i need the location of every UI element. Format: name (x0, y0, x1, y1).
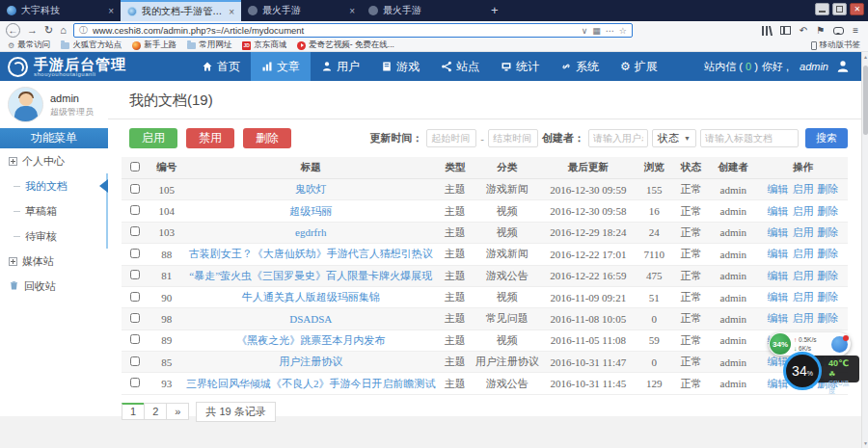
scroll-down-arrow[interactable]: ▼ (862, 440, 868, 446)
document-title-link[interactable]: 用户注册协议 (279, 356, 342, 367)
edit-link[interactable]: 编辑 (767, 248, 788, 259)
chat-icon[interactable] (833, 27, 844, 35)
bookmark-common-sites[interactable]: 常用网址 (187, 40, 231, 51)
undo-icon[interactable]: ↶ (800, 25, 807, 36)
document-title-link[interactable]: DSADSA (289, 313, 332, 325)
document-title-link[interactable]: “暴走”萤火虫《三国罗曼史》百人限量卡牌火爆展现 (189, 270, 432, 281)
refresh-icon[interactable]: ↻ (44, 22, 53, 39)
select-all-checkbox[interactable] (130, 162, 140, 171)
delete-link[interactable]: 删除 (817, 270, 838, 281)
scrollbar-thumb[interactable] (863, 66, 868, 135)
delete-link[interactable]: 删除 (817, 183, 838, 195)
cpu-usage-ball[interactable]: 34% (783, 352, 822, 390)
edit-link[interactable]: 编辑 (767, 312, 788, 324)
document-title-link[interactable]: 牛人通关真人版超级玛丽集锦 (242, 291, 380, 303)
messages-link[interactable]: 站内信 ( 0 ) (704, 60, 758, 74)
title-search-input[interactable] (700, 129, 799, 147)
row-checkbox[interactable] (130, 249, 140, 258)
document-title-link[interactable]: 《黑夜之光》跳票至本月内发布 (236, 334, 385, 346)
minimize-button[interactable] (815, 3, 829, 15)
bookmark-star-icon[interactable]: ☆ (619, 26, 627, 36)
document-title-link[interactable]: 超级玛丽 (289, 205, 332, 217)
home-icon[interactable]: ⌂ (60, 22, 67, 39)
row-checkbox[interactable] (130, 292, 140, 302)
end-time-input[interactable] (488, 129, 538, 147)
browser-tab-1[interactable]: 大宇科技 × (0, 0, 121, 21)
enable-link[interactable]: 启用 (792, 248, 813, 259)
network-speed-ball[interactable]: 34% ↑ 0.5K/s ↓ 6K/s (769, 332, 851, 356)
delete-link[interactable]: 删除 (817, 205, 838, 217)
row-checkbox[interactable] (130, 205, 140, 215)
bookmark-getting-started[interactable]: 新手上路 (132, 40, 176, 51)
row-checkbox[interactable] (130, 356, 140, 366)
page-1-button[interactable]: 1 (122, 403, 145, 420)
enable-link[interactable]: 启用 (792, 270, 813, 281)
edit-link[interactable]: 编辑 (767, 291, 788, 303)
mobile-bookmarks[interactable]: 移动版书签 (811, 40, 861, 51)
username-link[interactable]: admin (800, 61, 828, 72)
scroll-up-arrow[interactable]: ▲ (862, 54, 868, 60)
tab-close-icon[interactable]: × (229, 7, 234, 17)
edit-link[interactable]: 编辑 (767, 205, 788, 217)
app-logo[interactable]: 手游后台管理 shouyouhoutaiguanli (0, 52, 191, 81)
enable-link[interactable]: 启用 (792, 312, 813, 324)
delete-link[interactable]: 删除 (817, 312, 838, 324)
page-2-button[interactable]: 2 (144, 403, 167, 420)
nav-item-home[interactable]: 首页 (191, 52, 251, 81)
delete-button[interactable]: 删除 (243, 128, 291, 148)
back-icon[interactable]: ← (6, 23, 20, 38)
nav-item-site[interactable]: 站点 (430, 52, 490, 81)
sidebar-item-pending-review[interactable]: 待审核 (0, 224, 106, 249)
accelerator-ball-icon[interactable] (831, 336, 848, 353)
maximize-button[interactable] (832, 3, 847, 15)
enable-link[interactable]: 启用 (792, 291, 813, 303)
forward-icon[interactable]: → (27, 22, 38, 39)
page-scrollbar[interactable]: ▲ ▼ (861, 52, 868, 448)
bookmark-most-visited[interactable]: ⚙ 最常访问 (8, 40, 50, 51)
delete-link[interactable]: 删除 (817, 248, 838, 259)
enable-button[interactable]: 启用 (129, 128, 177, 148)
bookmark-firefox-official[interactable]: 火狐官方站点 (61, 40, 122, 51)
enable-link[interactable]: 启用 (792, 183, 813, 195)
browser-tab-3[interactable]: 最火手游 × (241, 0, 362, 21)
edit-link[interactable]: 编辑 (767, 183, 788, 195)
nav-item-user[interactable]: 用户 (311, 52, 370, 81)
new-tab-button[interactable]: + (482, 0, 507, 21)
row-checkbox[interactable] (130, 334, 140, 344)
edit-link[interactable]: 编辑 (767, 270, 788, 281)
document-title-link[interactable]: 鬼吹灯 (295, 183, 327, 195)
url-text[interactable]: www.ceshi8.com/admin.php?s=/Article/mydo… (93, 25, 577, 36)
url-dropdown-icon[interactable]: ∨ (582, 26, 588, 36)
page-actions-icon[interactable]: ⋯ (606, 26, 614, 36)
document-title-link[interactable]: 古装剧女王？《大唐仙妖劫》手游代言人猜想引热议 (189, 248, 433, 259)
search-button[interactable]: 搜索 (805, 128, 848, 148)
expand-icon[interactable] (9, 157, 17, 166)
browser-tab-4[interactable]: 最火手游 (362, 0, 482, 21)
delete-link[interactable]: 删除 (817, 291, 838, 303)
sidebar-toggle-icon[interactable] (780, 26, 791, 35)
bookmark-jd[interactable]: JD 京东商城 (242, 40, 286, 51)
row-checkbox[interactable] (130, 184, 140, 194)
flag-icon[interactable]: ⚑ (816, 25, 825, 36)
nav-item-game[interactable]: 游戏 (370, 52, 430, 81)
enable-link[interactable]: 启用 (792, 205, 813, 217)
sidebar-item-drafts[interactable]: 草稿箱 (0, 198, 106, 224)
sidebar-item-recycle-bin[interactable]: 回收站 (0, 274, 108, 299)
nav-item-extend[interactable]: ⚙ 扩展 (610, 52, 668, 81)
tab-close-icon[interactable]: × (108, 6, 114, 16)
tab-close-icon[interactable]: × (349, 6, 355, 16)
disable-button[interactable]: 禁用 (186, 128, 234, 148)
nav-item-stats[interactable]: 统计 (490, 52, 550, 81)
user-avatar-icon[interactable] (832, 60, 850, 73)
close-button[interactable] (850, 3, 864, 15)
row-checkbox[interactable] (130, 313, 140, 323)
nav-item-article[interactable]: 文章 (251, 52, 311, 81)
start-time-input[interactable] (426, 129, 476, 147)
bookmark-video-site[interactable]: 爱奇艺视频- 免费在线... (297, 40, 394, 51)
document-title-link[interactable]: egdrfrh (295, 226, 326, 238)
row-checkbox[interactable] (130, 378, 140, 387)
sidebar-item-personal-center[interactable]: 个人中心 (0, 148, 108, 173)
translate-icon[interactable]: ▦ (592, 26, 601, 36)
site-info-icon[interactable]: ⓘ (79, 24, 88, 37)
row-checkbox[interactable] (130, 226, 140, 236)
